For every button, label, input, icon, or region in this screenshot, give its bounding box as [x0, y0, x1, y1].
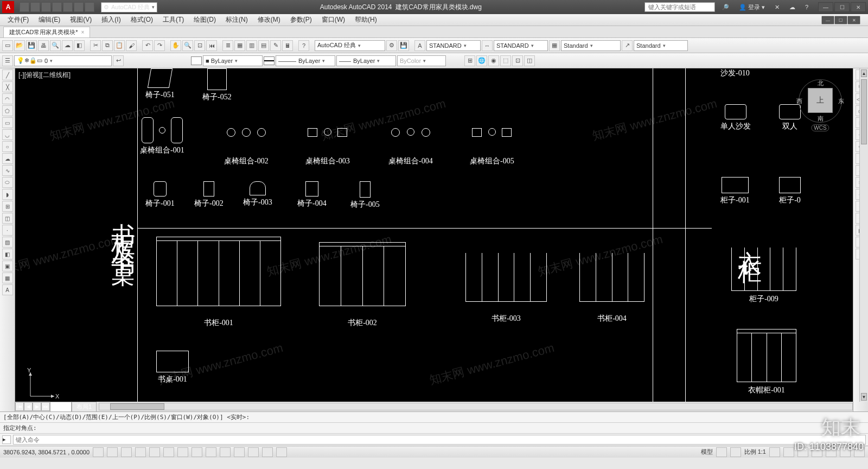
app-logo-icon[interactable]: A [2, 1, 14, 13]
dimstyle-icon[interactable]: ↔ [482, 40, 493, 51]
layer-combo[interactable]: 💡❄🔒▭ 0▾ [14, 55, 112, 66]
status-polar-icon[interactable] [135, 447, 146, 457]
status-am-icon[interactable] [276, 447, 287, 457]
status-snap-icon[interactable] [93, 447, 104, 457]
block-desk-001[interactable]: 书桌-001 [156, 351, 189, 384]
textstyle-icon[interactable]: A [414, 40, 425, 51]
viewcube-west[interactable]: 西 [796, 97, 802, 105]
matchprop-icon[interactable]: 🖌 [126, 40, 137, 51]
view-icon-1[interactable]: ⊞ [464, 55, 475, 66]
view-icon-5[interactable]: ⊡ [512, 55, 523, 66]
tab-nav-prev-icon[interactable]: ◀ [24, 402, 33, 411]
model-viewport[interactable]: [-][俯视][二维线框] 知末网 www.znzmo.com 知末网 www.… [15, 68, 853, 411]
rectangle-icon[interactable]: ▭ [2, 117, 13, 128]
makeblock-icon[interactable]: ◫ [2, 213, 13, 224]
menu-file[interactable]: 文件(F) [3, 14, 33, 26]
block-cabinet-009[interactable]: 柜子-009 [731, 248, 796, 304]
status-qp-icon[interactable] [248, 447, 259, 457]
layer-manager-icon[interactable]: ☰ [2, 55, 13, 66]
viewcube-east[interactable]: 东 [838, 97, 844, 105]
vscroll-down-icon[interactable]: ▼ [861, 393, 867, 401]
new-icon[interactable]: ▭ [2, 40, 13, 51]
status-lwt-icon[interactable] [220, 447, 231, 457]
workspace-settings-icon[interactable]: ⚙ [386, 40, 397, 51]
stayconnected-icon[interactable]: ☁ [786, 4, 799, 11]
mtext-icon[interactable]: A [2, 284, 13, 295]
preview-icon[interactable]: 🔍 [50, 40, 61, 51]
status-annoscale-label[interactable]: 比例 1:1 [744, 448, 766, 456]
block-bookcase-002[interactable]: 书柜-002 [319, 242, 406, 328]
menu-edit[interactable]: 编辑(E) [34, 14, 65, 26]
window-minimize-button[interactable]: — [818, 2, 833, 12]
textstyle-combo[interactable]: STANDARD▾ [426, 40, 481, 51]
markup-icon[interactable]: ✎ [270, 40, 281, 51]
lineweight-combo[interactable]: —— ByLayer▾ [336, 55, 396, 66]
status-ortho-icon[interactable] [121, 447, 132, 457]
plotstyle-combo[interactable]: ByColor▾ [397, 55, 446, 66]
qat-open-icon[interactable] [30, 2, 40, 12]
ellipsearc-icon[interactable]: ◗ [2, 189, 13, 200]
revcloud-icon[interactable]: ☁ [2, 153, 13, 164]
status-otrack-icon[interactable] [177, 447, 188, 457]
qat-plot-icon[interactable] [63, 2, 73, 12]
vscroll-thumb[interactable] [861, 79, 867, 144]
command-input[interactable] [13, 435, 866, 445]
tablestyle-icon[interactable]: ▦ [549, 40, 560, 51]
view-icon-4[interactable]: ⬚ [500, 55, 511, 66]
viewcube-north[interactable]: 北 [818, 79, 824, 87]
block-chair-002[interactable]: 椅子-002 [194, 181, 224, 208]
workspace-save-icon[interactable]: 💾 [398, 40, 409, 51]
tab-nav-next-icon[interactable]: ▶ [33, 402, 41, 411]
status-osnap-icon[interactable] [149, 447, 160, 457]
block-sofa-double[interactable]: 双人 [779, 104, 801, 131]
gradient-icon[interactable]: ◧ [2, 249, 13, 259]
block-cabinet-001[interactable]: 柜子-001 [720, 177, 750, 205]
window-close-button[interactable]: ✕ [851, 2, 866, 12]
help-tb-icon[interactable]: ? [298, 40, 309, 51]
3ddwf-icon[interactable]: ◧ [74, 40, 85, 51]
menu-insert[interactable]: 插入(I) [97, 14, 125, 26]
block-set-005[interactable]: 桌椅组合-005 [470, 128, 514, 166]
signin-button[interactable]: 👤 登录 ▾ [736, 3, 768, 11]
doc-minimize-button[interactable]: — [822, 16, 834, 23]
sheetset-icon[interactable]: ▤ [258, 40, 269, 51]
status-ducs-icon[interactable] [192, 447, 202, 457]
copy-icon[interactable]: ⧉ [102, 40, 113, 51]
menu-draw[interactable]: 绘图(D) [189, 14, 220, 26]
block-bookcase-001[interactable]: 书柜-001 [156, 237, 281, 328]
save-icon[interactable]: 💾 [26, 40, 37, 51]
open-icon[interactable]: 📂 [14, 40, 25, 51]
cut-icon[interactable]: ✂ [90, 40, 101, 51]
vertical-scrollbar[interactable]: ▲ ▼ [859, 68, 868, 402]
block-set-004[interactable]: 桌椅组合-004 [388, 128, 433, 166]
status-coordinates[interactable]: 38076.9243, 3804.5721 , 0.0000 [3, 449, 90, 455]
redo-icon[interactable]: ↷ [154, 40, 165, 51]
qat-undo-icon[interactable] [74, 2, 84, 12]
arc-icon[interactable]: ◡ [2, 129, 13, 140]
block-set-002[interactable]: 桌椅组合-002 [224, 128, 269, 166]
xline-icon[interactable]: ╳ [2, 81, 13, 92]
qat-saveas-icon[interactable] [52, 2, 62, 12]
hatch-icon[interactable]: ▨ [2, 237, 13, 248]
menu-tools[interactable]: 工具(T) [158, 14, 188, 26]
block-bookcase-003[interactable]: 书柜-003 [465, 253, 547, 324]
menu-view[interactable]: 视图(V) [66, 14, 96, 26]
block-sofa-single[interactable]: 单人沙发 [720, 104, 751, 131]
block-set-003[interactable]: 桌椅组合-003 [305, 128, 350, 166]
pan-icon[interactable]: ✋ [170, 40, 181, 51]
block-chair-001[interactable]: 椅子-001 [145, 181, 175, 208]
linetype-combo[interactable]: ——— ByLayer▾ [276, 55, 335, 66]
command-prompt-icon[interactable]: ▸ [2, 435, 11, 444]
color-swatch[interactable] [191, 56, 202, 65]
infocenter-icon[interactable]: 🔎 [718, 4, 732, 11]
circle-icon[interactable]: ○ [2, 141, 13, 152]
menu-window[interactable]: 窗口(W) [317, 14, 349, 26]
status-quickview-drawings-icon[interactable] [730, 447, 741, 457]
table-icon[interactable]: ▦ [2, 272, 13, 283]
viewcube[interactable]: 北 南 西 东 上 WCS [799, 79, 842, 123]
qat-save-icon[interactable] [41, 2, 51, 12]
block-chair-003[interactable]: 椅子-003 [243, 181, 272, 207]
status-dyn-icon[interactable] [206, 447, 216, 457]
file-tab-active[interactable]: 建筑CAD常用家具类模块* × [3, 27, 90, 37]
doc-restore-button[interactable]: ☐ [835, 16, 847, 23]
